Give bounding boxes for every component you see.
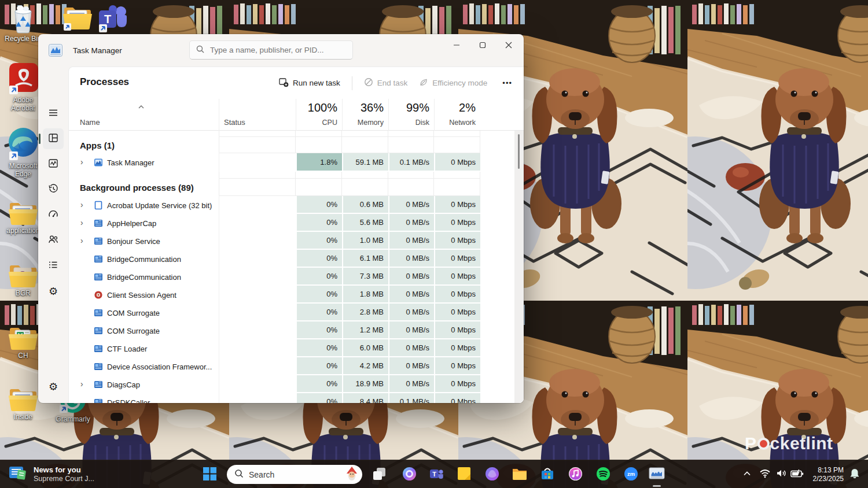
empty-cell	[434, 137, 480, 153]
column-header-memory[interactable]: 36% Memory	[342, 99, 388, 131]
taskbar-icon-itunes[interactable]	[565, 465, 585, 485]
minimize-button[interactable]	[443, 34, 469, 56]
process-row[interactable]: ›Acrobat Update Service (32 bit)0%0.6 MB…	[69, 196, 514, 214]
empty-cell	[388, 179, 434, 196]
taskbar-icon-copilot[interactable]	[399, 465, 419, 485]
taskbar-icon-sticky-notes[interactable]	[454, 465, 474, 485]
expand-chevron-icon[interactable]: ›	[80, 236, 83, 245]
cpu-cell: 0%	[296, 304, 342, 321]
run-new-task-icon	[279, 77, 289, 89]
clock[interactable]: 8:13 PM 2/23/2025	[813, 460, 844, 488]
wifi-button[interactable]	[759, 460, 771, 488]
taskbar-icon-teams-tb[interactable]: T	[426, 465, 446, 485]
desktop-icon-label: Grammarly	[51, 415, 95, 423]
column-header-disk[interactable]: 99% Disk	[388, 99, 434, 131]
process-row[interactable]: ›Task Manager1.8%59.1 MB0.1 MB/s0 Mbps	[69, 153, 514, 172]
taskbar-search[interactable]: Search	[227, 465, 362, 484]
run-new-task-button[interactable]: Run new task	[279, 77, 340, 89]
column-header-network[interactable]: 2% Network	[434, 99, 480, 131]
process-row[interactable]: ›DiagsCap0%18.9 MB0 MB/s0 Mbps	[69, 375, 514, 393]
sidebar-item-services[interactable]: ⚙	[43, 281, 64, 302]
expand-chevron-icon[interactable]: ›	[80, 379, 83, 389]
process-row[interactable]: COM Surrogate0%1.2 MB0 MB/s0 Mbps	[69, 321, 514, 339]
network-cell: 0 Mbps	[434, 375, 480, 393]
empty-cell	[219, 137, 296, 153]
taskbar-icon-microsoft-store[interactable]	[538, 465, 557, 485]
close-button[interactable]	[495, 34, 521, 56]
desktop-icon-teams-top[interactable]: T	[91, 1, 135, 32]
taskbar-icon-file-explorer[interactable]	[510, 465, 529, 485]
process-icon-app	[94, 398, 103, 404]
efficiency-mode-icon	[419, 77, 428, 88]
process-row[interactable]: BridgeCommunication0%7.3 MB0 MB/s0 Mbps	[69, 268, 514, 286]
taskbar-icon-zoom[interactable]: zm	[621, 465, 641, 485]
process-name: BridgeCommunication	[107, 272, 181, 281]
network-cell: 0 Mbps	[434, 196, 480, 214]
process-row[interactable]: ›Bonjour Service0%1.0 MB0 MB/s0 Mbps	[69, 232, 514, 250]
process-row[interactable]: CTF Loader0%6.0 MB0 MB/s0 Mbps	[69, 339, 514, 357]
process-row[interactable]: Device Association Framewor...0%4.2 MB0 …	[69, 357, 514, 375]
process-row[interactable]: COM Surrogate0%2.8 MB0 MB/s0 Mbps	[69, 304, 514, 321]
desktop: Pcketlint Recycle BinTAdobe AcrobatMicro…	[0, 0, 868, 488]
process-search-input[interactable]: Type a name, publisher, or PID...	[189, 40, 353, 60]
empty-cell	[434, 172, 480, 179]
expand-chevron-icon[interactable]: ›	[80, 200, 83, 209]
tray-date: 2/23/2025	[813, 475, 844, 483]
sidebar-item-details[interactable]	[43, 256, 64, 276]
process-row[interactable]: BridgeCommunication0%6.1 MB0 MB/s0 Mbps	[69, 250, 514, 268]
empty-cell	[219, 179, 296, 196]
process-name: BridgeCommunication	[107, 254, 181, 263]
notifications-button[interactable]	[848, 460, 861, 488]
taskbar-icon-task-manager-running[interactable]	[647, 465, 667, 485]
sidebar-item-startup-apps[interactable]	[43, 205, 64, 225]
process-icon-tmgr	[94, 158, 103, 167]
start-button[interactable]	[200, 465, 219, 485]
empty-cell	[219, 131, 296, 137]
sidebar-item-settings[interactable]: ⚙	[43, 376, 64, 397]
efficiency-mode-button[interactable]: Efficiency mode	[419, 77, 487, 88]
file-explorer-icon	[512, 467, 528, 483]
expand-chevron-icon[interactable]: ›	[80, 157, 83, 167]
sidebar-item-users[interactable]	[43, 230, 64, 251]
process-row[interactable]: DrSDKCaller0%8.4 MB0.1 MB/s0 Mbps	[69, 393, 514, 403]
taskbar-icon-spotify[interactable]	[593, 465, 613, 485]
group-label[interactable]: Background processes (89)	[80, 183, 194, 193]
scrollbar-thumb[interactable]	[518, 134, 520, 169]
disk-cell: 0 MB/s	[388, 214, 434, 232]
end-task-button[interactable]: End task	[364, 77, 408, 88]
sidebar-item-performance[interactable]	[43, 154, 64, 175]
maximize-button[interactable]	[469, 34, 495, 56]
recycle-icon	[1, 2, 45, 34]
sidebar-item-app-history[interactable]	[43, 179, 64, 200]
process-row[interactable]: Client Session Agent0%1.8 MB0 MB/s0 Mbps	[69, 286, 514, 304]
search-icon	[234, 469, 244, 480]
battery-button[interactable]	[790, 460, 804, 488]
process-name: Task Manager	[107, 158, 155, 167]
toolbar-divider	[352, 76, 352, 90]
table-scrollbar[interactable]	[514, 131, 524, 403]
group-label[interactable]: Apps (1)	[80, 141, 115, 150]
hidden-icons-button[interactable]	[742, 460, 752, 488]
zoom-icon: zm	[623, 466, 639, 484]
taskbar-icon-m365-copilot[interactable]	[482, 465, 502, 485]
process-name: Acrobat Update Service (32 bit)	[107, 201, 212, 209]
process-icon-app	[94, 219, 103, 228]
sidebar-item-menu[interactable]	[43, 103, 64, 124]
process-row[interactable]: ›AppHelperCap0%5.6 MB0 MB/s0 Mbps	[69, 214, 514, 232]
taskbar-icon-task-view[interactable]	[369, 465, 389, 485]
cpu-cell: 0%	[296, 339, 342, 357]
column-header-name[interactable]: Name	[69, 99, 219, 131]
expand-chevron-icon[interactable]: ›	[80, 218, 83, 227]
cpu-cell: 0%	[296, 250, 342, 268]
process-icon-agent	[94, 290, 103, 300]
column-header-status[interactable]: Status	[219, 99, 296, 131]
more-options-button[interactable]: •••	[499, 79, 516, 87]
end-task-icon	[364, 77, 373, 88]
volume-button[interactable]	[776, 460, 787, 488]
page-title: Processes	[80, 76, 129, 88]
sidebar-item-processes[interactable]	[43, 128, 64, 149]
process-name: AppHelperCap	[107, 219, 156, 227]
column-header-cpu[interactable]: 100% CPU	[296, 99, 342, 131]
widgets-button[interactable]: News for you Supreme Court J...	[8, 464, 94, 484]
pocketlint-watermark: Pcketlint	[745, 434, 833, 453]
